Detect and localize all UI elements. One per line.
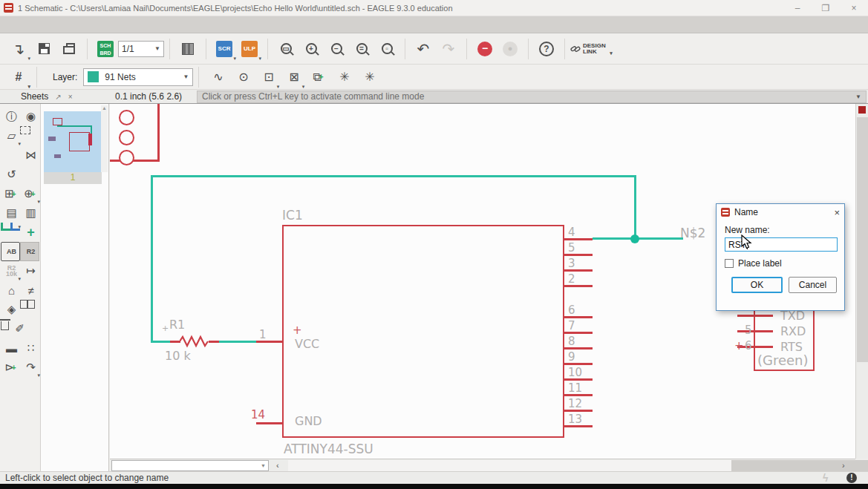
add-module-tool[interactable]: ⊕ + [20, 184, 39, 203]
vertical-scrollbar[interactable] [855, 104, 868, 459]
sheet-page-number[interactable]: 1 [44, 172, 102, 184]
dialog-title-bar[interactable]: Name × [717, 204, 844, 220]
menu-item[interactable] [3, 23, 15, 26]
scrollbar-thumb[interactable] [857, 117, 868, 362]
zoom-button[interactable]: ▫ [376, 38, 398, 60]
invoke-tool[interactable]: ↦ [20, 261, 39, 280]
ok-button[interactable]: OK [731, 277, 783, 293]
ic-designator[interactable]: IC1 [282, 208, 303, 223]
command-line-input[interactable]: Click or press Ctrl+L key to activate co… [197, 91, 867, 103]
help-button[interactable]: ? [535, 38, 558, 60]
pinswap-tool[interactable]: ▤ [1, 203, 20, 223]
layer-selector[interactable]: 91 Nets ▼ [83, 68, 193, 86]
resistor-lead[interactable] [170, 341, 180, 343]
net-wire[interactable] [218, 341, 258, 343]
stop-button[interactable]: − [474, 38, 496, 60]
panel-scrollbar[interactable]: ▲ [101, 105, 108, 172]
alert-icon[interactable]: ! [846, 473, 857, 483]
net-junction-dot[interactable] [630, 234, 639, 243]
inspect-icon[interactable]: ⊙ [231, 66, 253, 88]
ic-pin[interactable]: 2 [564, 278, 594, 294]
net-wire[interactable] [151, 175, 153, 342]
sheet-selector[interactable]: 1/1▼ [118, 41, 164, 57]
resistor-name[interactable]: R1 [169, 318, 185, 332]
schematic-board-switch[interactable]: SCHBRD [94, 38, 117, 60]
polygon-tool[interactable]: ⌂ [1, 280, 20, 300]
scroll-right-arrow[interactable]: › [842, 461, 845, 470]
resistor-lead[interactable] [209, 341, 219, 343]
menu-item[interactable] [74, 23, 86, 26]
gateswap-tool[interactable]: ▥ [20, 203, 39, 223]
close-button[interactable]: × [840, 1, 868, 16]
RXD[interactable]: 5 RXD [737, 323, 826, 338]
horizontal-scrollbar[interactable] [288, 460, 839, 471]
change-tool[interactable]: ✐ [9, 319, 28, 338]
ic-pin[interactable]: 13 [564, 419, 594, 434]
zoom-button[interactable]: + [300, 38, 322, 60]
zoom-button[interactable]: = [350, 38, 373, 60]
resistor-value[interactable]: 10 k [165, 349, 191, 363]
RTS[interactable]: 6 RTS [737, 338, 826, 354]
scrollbar-thumb[interactable] [731, 460, 868, 471]
cancel-button[interactable]: Cancel [789, 277, 837, 293]
show-tool[interactable]: ◉ [20, 107, 39, 126]
grid-button[interactable]: # [7, 66, 30, 88]
menu-item[interactable] [27, 23, 39, 26]
scroll-left-arrow[interactable]: ‹ [276, 461, 279, 470]
add-gate-tool[interactable]: ⊳ + [1, 358, 20, 377]
net-wire[interactable] [151, 175, 636, 177]
print-button[interactable] [58, 38, 80, 60]
group-select-tool[interactable] [20, 126, 30, 134]
close-panel-icon[interactable]: × [68, 93, 73, 101]
name-tool[interactable]: R2 [20, 242, 39, 261]
open-button[interactable]: ↴ [7, 38, 30, 60]
design-link-button[interactable]: DESIGNLINK [570, 43, 612, 55]
paste-tool[interactable] [27, 300, 35, 309]
copy-tool[interactable] [20, 300, 27, 309]
zoom-button[interactable]: ▭ [275, 38, 297, 60]
resistor-symbol[interactable] [180, 335, 209, 349]
preferences-gear-icon[interactable]: ✳ [357, 66, 379, 88]
pinheader-outline[interactable] [157, 104, 160, 162]
undo-button[interactable]: ↶ [412, 38, 434, 60]
display-unmanaged-icon[interactable]: ⊠ [281, 66, 304, 88]
move-tool[interactable] [1, 145, 20, 165]
display-managed-icon[interactable]: ⊡ [256, 66, 278, 88]
rotate-tool[interactable]: ↺ [1, 165, 20, 184]
miter-tool[interactable]: ≠ [20, 280, 39, 300]
menu-item[interactable] [50, 23, 62, 26]
label-tool[interactable]: AB [1, 242, 20, 261]
redo-button[interactable]: ↷ [437, 38, 460, 60]
popout-icon[interactable]: ↗ [55, 93, 61, 101]
display-layers-tool[interactable]: ▱ [1, 126, 20, 145]
attribute-tool[interactable]: ◈ [1, 300, 20, 319]
mirror-tool[interactable]: ⋈ [20, 145, 39, 165]
dialog-close-icon[interactable]: × [834, 207, 840, 218]
junction-tool[interactable]: + [20, 223, 39, 242]
restore-button[interactable]: ❐ [812, 1, 840, 16]
add-part-tool[interactable]: ⊞ + [1, 184, 20, 203]
paint-tool[interactable]: ▬ [1, 338, 20, 358]
sheet-thumbnail[interactable] [44, 111, 102, 172]
add-link-icon[interactable]: ⧉+ [307, 66, 329, 88]
run-button[interactable]: ● [499, 38, 521, 60]
simulate-icon[interactable]: ∿ [206, 66, 228, 88]
bottom-combo-box[interactable]: ▼ [111, 460, 269, 471]
menu-item[interactable] [39, 23, 50, 26]
library-button[interactable] [177, 38, 199, 60]
reposition-tool[interactable]: ↷ [20, 358, 39, 377]
settings-gear-icon[interactable]: ✳ [332, 66, 354, 88]
net-label[interactable]: N$2 [680, 226, 705, 240]
scr-button[interactable]: SCR [213, 38, 235, 60]
menu-item[interactable] [98, 23, 110, 26]
delete-tool[interactable] [1, 321, 9, 330]
info-tool[interactable]: ⓘ [1, 107, 20, 126]
menu-item[interactable] [15, 23, 27, 26]
ulp-button[interactable]: ULP [238, 38, 261, 60]
bus-tool[interactable] [10, 223, 20, 231]
menu-item[interactable] [86, 23, 98, 26]
pinheader-outline[interactable] [110, 160, 160, 162]
ic-part-name[interactable]: ATTINY44-SSU [284, 442, 373, 456]
net-wire[interactable] [634, 175, 636, 239]
net-wire[interactable] [151, 341, 171, 343]
